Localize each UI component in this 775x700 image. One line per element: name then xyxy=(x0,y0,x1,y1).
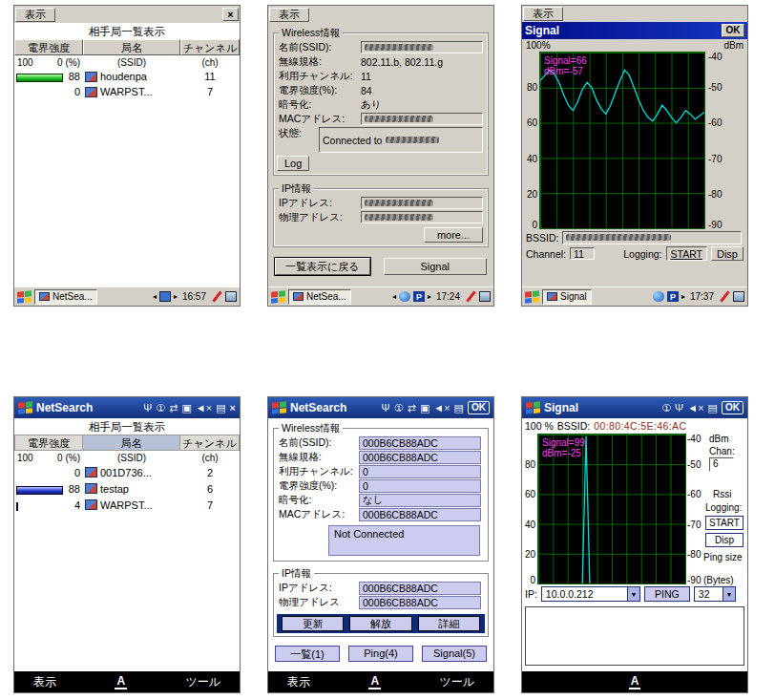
tray-network-icon[interactable] xyxy=(159,291,171,302)
ping-button[interactable]: PING xyxy=(644,586,690,602)
physical-address-field[interactable]: 000B6CB88ADC xyxy=(359,596,481,609)
column-header-strength[interactable]: 電界強度 xyxy=(14,39,83,55)
sync-arrows-icon[interactable]: ⇄ xyxy=(169,402,178,414)
tray-display-icon[interactable] xyxy=(733,291,744,302)
mac-field[interactable] xyxy=(361,113,483,125)
ip-field[interactable] xyxy=(361,197,483,209)
tray-display-icon[interactable] xyxy=(225,291,237,302)
input-panel-button[interactable]: A xyxy=(115,675,127,689)
station-row[interactable]: 4 WARPST... 7 xyxy=(14,497,240,513)
antenna-icon[interactable]: Ψ xyxy=(143,402,152,414)
view-menu[interactable]: 表示 xyxy=(33,674,56,690)
tray-right-arrow-icon[interactable]: ▸ xyxy=(174,292,178,301)
station-row[interactable]: 0 001D736... 2 xyxy=(14,464,240,480)
column-header-name[interactable]: 局名 xyxy=(83,39,180,55)
start-button[interactable] xyxy=(525,290,539,304)
disp-button[interactable]: Disp xyxy=(711,246,744,261)
mac-field[interactable]: 000B6CB88ADC xyxy=(359,508,481,521)
notification-one-icon[interactable]: ① xyxy=(156,402,165,414)
taskbar-app-button[interactable]: Signal xyxy=(542,289,592,305)
log-button[interactable]: Log xyxy=(277,156,309,171)
channel-field[interactable]: 0 xyxy=(359,465,481,478)
speaker-mute-icon[interactable]: ◄× xyxy=(433,402,450,414)
tray-pen-icon[interactable] xyxy=(211,291,222,302)
tray-p-icon[interactable]: P xyxy=(413,291,425,302)
tray-right-arrow-icon[interactable]: ▸ xyxy=(428,292,431,301)
dropdown-arrow-icon[interactable]: ▼ xyxy=(723,587,735,601)
tray-globe-icon[interactable] xyxy=(653,291,664,302)
tray-left-arrow-icon[interactable]: ◂ xyxy=(392,292,396,301)
windows-flag-icon[interactable] xyxy=(526,401,540,414)
signal-tab-button[interactable]: Signal(5) xyxy=(422,646,487,662)
signal-button[interactable]: Signal xyxy=(384,258,487,275)
ping-tab-button[interactable]: Ping(4) xyxy=(348,646,413,662)
sync-arrows-icon[interactable]: ⇄ xyxy=(408,402,416,414)
strength-field[interactable]: 0 xyxy=(359,479,481,493)
encryption-field[interactable]: なし xyxy=(359,494,481,507)
back-to-list-button[interactable]: 一覧表示に戻る xyxy=(275,258,370,275)
tray-display-icon[interactable] xyxy=(479,291,491,302)
ok-button[interactable]: OK xyxy=(468,401,490,414)
windows-flag-icon[interactable] xyxy=(272,401,286,414)
logging-start-button[interactable]: START xyxy=(705,516,744,530)
keyboard-icon[interactable]: ▤ xyxy=(216,402,225,414)
ip-field[interactable]: 000B6CB88ADC xyxy=(359,582,481,595)
view-menu[interactable]: 表示 xyxy=(287,674,310,690)
column-header-channel[interactable]: チャンネル xyxy=(180,39,240,55)
view-menu-button[interactable]: 表示 xyxy=(15,8,55,22)
ssid-field[interactable]: 000B6CB88ADC xyxy=(359,436,481,450)
station-row[interactable]: 88 testap 6 xyxy=(14,480,240,497)
bssid-field[interactable] xyxy=(562,231,742,244)
dropdown-arrow-icon[interactable]: ▼ xyxy=(627,587,639,601)
tray-pen-icon[interactable] xyxy=(719,291,730,302)
column-header-name[interactable]: 局名 xyxy=(83,435,180,451)
ping-output-box[interactable] xyxy=(525,606,744,666)
chan-field[interactable]: 6 xyxy=(709,457,734,472)
taskbar-app-button[interactable]: NetSea... xyxy=(34,289,97,305)
standard-field[interactable]: 000B6CB88ADC xyxy=(359,451,481,464)
column-header-strength[interactable]: 電界強度 xyxy=(14,435,83,451)
list-tab-button[interactable]: 一覧(1) xyxy=(275,646,340,662)
ok-button[interactable]: OK xyxy=(722,24,744,37)
notification-one-icon[interactable]: ① xyxy=(394,402,404,414)
window-icon[interactable]: ▣ xyxy=(181,402,191,414)
input-panel-button[interactable]: A xyxy=(368,675,381,689)
close-button[interactable]: × xyxy=(222,8,239,21)
tray-p-icon[interactable]: P xyxy=(667,291,679,302)
column-header-channel[interactable]: チャンネル xyxy=(180,435,240,451)
more-button[interactable]: more... xyxy=(424,227,483,243)
taskbar-app-button[interactable]: NetSea... xyxy=(288,289,351,305)
ip-select[interactable]: 10.0.0.212▼ xyxy=(541,586,640,602)
ping-size-select[interactable]: 32▼ xyxy=(694,586,736,602)
notification-one-icon[interactable]: ① xyxy=(661,402,671,414)
close-button[interactable]: × xyxy=(230,402,236,414)
update-button[interactable]: 更新 xyxy=(282,616,344,631)
ssid-field[interactable] xyxy=(361,41,483,53)
release-button[interactable]: 解放 xyxy=(349,616,411,631)
keyboard-icon[interactable]: ▤ xyxy=(454,402,464,414)
station-row[interactable]: 0 WARPST... 7 xyxy=(14,84,240,99)
detail-button[interactable]: 詳細 xyxy=(418,616,480,631)
start-button[interactable] xyxy=(271,290,285,304)
disp-button[interactable]: Disp xyxy=(705,533,744,547)
tray-right-arrow-icon[interactable]: ▸ xyxy=(681,292,685,301)
view-menu-button[interactable]: 表示 xyxy=(269,8,309,22)
view-menu-button[interactable]: 表示 xyxy=(523,7,563,21)
input-panel-button[interactable]: A xyxy=(629,675,641,689)
speaker-mute-icon[interactable]: ◄× xyxy=(687,402,703,414)
antenna-icon[interactable]: Ψ xyxy=(382,402,390,414)
tray-left-arrow-icon[interactable]: ◂ xyxy=(153,292,157,301)
speaker-mute-icon[interactable]: ◄× xyxy=(196,402,212,414)
tray-pen-icon[interactable] xyxy=(465,291,476,302)
tray-globe-icon[interactable] xyxy=(399,291,410,302)
windows-flag-icon[interactable] xyxy=(18,401,32,414)
keyboard-icon[interactable]: ▤ xyxy=(708,402,718,414)
logging-start-button[interactable]: START xyxy=(666,246,707,261)
physical-address-field[interactable] xyxy=(361,211,483,223)
start-button[interactable] xyxy=(17,290,31,304)
antenna-icon[interactable]: Ψ xyxy=(675,402,683,414)
window-icon[interactable]: ▣ xyxy=(420,402,429,414)
tools-menu[interactable]: ツール xyxy=(185,674,220,690)
tools-menu[interactable]: ツール xyxy=(439,674,474,690)
station-row[interactable]: 88 houdenpa 11 xyxy=(14,69,240,84)
